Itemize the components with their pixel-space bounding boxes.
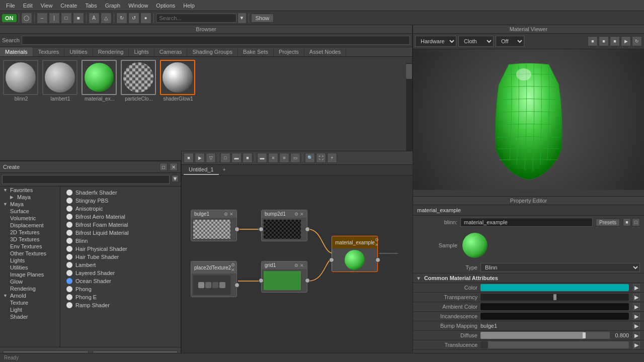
tree-arnold[interactable]: ▼ Arnold bbox=[0, 292, 60, 299]
pe-presets-btn[interactable]: Presets bbox=[596, 219, 620, 226]
pe-icon-1[interactable]: ■ bbox=[623, 218, 631, 226]
mv-preset-select[interactable]: Cloth Sphere bbox=[458, 36, 494, 47]
toolbar-btn-8[interactable]: ↻ bbox=[116, 13, 127, 24]
toolbar-btn-9[interactable]: ↺ bbox=[128, 13, 139, 24]
pe-ambient-expand[interactable]: ▶ bbox=[633, 303, 640, 310]
shader-layered[interactable]: Layered Shader bbox=[60, 269, 181, 277]
shader-blinn[interactable]: Blinn bbox=[60, 237, 181, 245]
graph-tool-1[interactable]: ■ bbox=[184, 153, 194, 163]
tree-volumetric[interactable]: Volumetric bbox=[0, 215, 60, 222]
search-dropdown[interactable]: ▼ bbox=[237, 13, 247, 24]
graph-tool-zoom[interactable]: 🔍 bbox=[305, 153, 315, 163]
mv-btn-1[interactable]: ■ bbox=[588, 36, 598, 46]
tree-rendering[interactable]: Rendering bbox=[0, 285, 60, 292]
menu-help[interactable]: Help bbox=[179, 2, 199, 10]
material-lambert1[interactable]: lambert1 bbox=[42, 60, 78, 102]
menu-tabs[interactable]: Tabs bbox=[81, 2, 101, 10]
toolbar-btn-3[interactable]: | bbox=[49, 13, 60, 24]
tab-utilities[interactable]: Utilities bbox=[64, 47, 93, 56]
tree-env-textures[interactable]: Env Textures bbox=[0, 243, 60, 250]
graph-tool-4[interactable]: □ bbox=[220, 153, 230, 163]
graph-tool-6[interactable]: ■ bbox=[243, 153, 253, 163]
mv-btn-refresh[interactable]: ↻ bbox=[632, 36, 642, 46]
menu-view[interactable]: View bbox=[37, 2, 57, 10]
graph-tab-add[interactable]: + bbox=[219, 165, 230, 175]
mv-btn-4[interactable]: ▶ bbox=[621, 36, 631, 46]
browser-scrollbar[interactable] bbox=[406, 63, 412, 160]
tree-lights[interactable]: Lights bbox=[0, 257, 60, 264]
graph-tool-3[interactable]: ▽ bbox=[206, 153, 216, 163]
graph-tool-7[interactable]: ▬ bbox=[257, 153, 267, 163]
show-button[interactable]: Show bbox=[251, 14, 274, 23]
shader-shaderfx[interactable]: Shaderfx Shader bbox=[60, 189, 181, 197]
tab-rendering[interactable]: Rendering bbox=[93, 47, 129, 56]
tree-favorites-maya[interactable]: ▶ Maya bbox=[0, 194, 60, 201]
browser-search-input[interactable] bbox=[22, 36, 410, 45]
toolbar-btn-4[interactable]: □ bbox=[61, 13, 72, 24]
shader-bifrost-liquid[interactable]: Bifrost Liquid Material bbox=[60, 229, 181, 237]
tree-2d-textures[interactable]: 2D Textures bbox=[0, 229, 60, 236]
shader-bifrost-foam[interactable]: Bifrost Foam Material bbox=[60, 221, 181, 229]
graph-tab-untitled[interactable]: Untitled_1 bbox=[184, 165, 219, 175]
shader-phong-e[interactable]: Phong E bbox=[60, 293, 181, 301]
mv-renderer-select[interactable]: Hardware Software bbox=[415, 36, 456, 47]
toolbar-btn-10[interactable]: ● bbox=[140, 13, 151, 24]
pe-incandescence-swatch[interactable] bbox=[480, 313, 629, 320]
shader-bifrost-aero[interactable]: Bifrost Aero Material bbox=[60, 213, 181, 221]
menu-edit[interactable]: Edit bbox=[19, 2, 37, 10]
shader-ocean[interactable]: Ocean Shader bbox=[60, 277, 181, 285]
tree-utilities[interactable]: Utilities bbox=[0, 264, 60, 271]
shader-hair-physical[interactable]: Hair Physical Shader bbox=[60, 245, 181, 253]
shader-phong[interactable]: Phong bbox=[60, 285, 181, 293]
pe-incandescence-expand[interactable]: ▶ bbox=[633, 313, 640, 320]
pe-transparency-slider[interactable] bbox=[480, 294, 629, 301]
graph-tool-5[interactable]: ▬ bbox=[231, 153, 242, 163]
shader-stingray[interactable]: Stingray PBS bbox=[60, 197, 181, 205]
pe-diffuse-expand[interactable]: ▶ bbox=[633, 332, 640, 339]
shader-hair-tube[interactable]: Hair Tube Shader bbox=[60, 253, 181, 261]
pe-section-common[interactable]: ▼ Common Material Attributes bbox=[413, 274, 644, 283]
toolbar-btn-5[interactable]: ■ bbox=[73, 13, 84, 24]
mv-viewport[interactable] bbox=[413, 49, 644, 190]
search-input[interactable] bbox=[156, 14, 236, 23]
tree-arnold-light[interactable]: Light bbox=[0, 306, 60, 313]
tab-cameras[interactable]: Cameras bbox=[154, 47, 188, 56]
mv-quality-select[interactable]: Off Low High bbox=[496, 36, 524, 47]
create-close-btn[interactable]: ✕ bbox=[170, 163, 178, 171]
node-place2dtexture2[interactable]: place2dTexture2 ⚙ ✕ bbox=[191, 261, 237, 297]
on-button[interactable]: ON bbox=[2, 14, 17, 22]
material-shaderglow1[interactable]: shaderGlow1 bbox=[160, 60, 196, 102]
graph-canvas[interactable]: bulge1 ⚙ ✕ bump2d1 ⚙ ✕ mat bbox=[182, 175, 413, 356]
shader-lambert[interactable]: Lambert bbox=[60, 261, 181, 269]
mv-btn-2[interactable]: ■ bbox=[599, 36, 609, 46]
tree-glow[interactable]: Glow bbox=[0, 278, 60, 285]
pe-translucence-expand[interactable]: ▶ bbox=[633, 341, 640, 348]
pe-icon-2[interactable]: □ bbox=[632, 218, 640, 226]
node-material-example[interactable]: material_example ⚙ ✕ bbox=[332, 236, 378, 272]
shader-ramp[interactable]: Ramp Shader bbox=[60, 301, 181, 309]
menu-file[interactable]: File bbox=[2, 2, 19, 10]
graph-tool-9[interactable]: ≡ bbox=[279, 153, 289, 163]
pe-color-swatch[interactable] bbox=[480, 284, 629, 291]
node-bulge1[interactable]: bulge1 ⚙ ✕ bbox=[191, 210, 237, 241]
menu-create[interactable]: Create bbox=[56, 2, 81, 10]
pe-color-expand[interactable]: ▶ bbox=[633, 284, 640, 291]
tab-textures[interactable]: Textures bbox=[33, 47, 65, 56]
tab-shading-groups[interactable]: Shading Groups bbox=[187, 47, 238, 56]
node-bump2d1[interactable]: bump2d1 ⚙ ✕ bbox=[261, 210, 307, 241]
graph-tool-2[interactable]: ▶ bbox=[195, 153, 205, 163]
tab-bake-sets[interactable]: Bake Sets bbox=[238, 47, 274, 56]
tree-arnold-shader[interactable]: Shader bbox=[0, 313, 60, 320]
graph-tool-frame[interactable]: ⛶ bbox=[316, 153, 326, 163]
mv-btn-3[interactable]: ■ bbox=[610, 36, 620, 46]
pe-type-select[interactable]: Blinn bbox=[480, 263, 640, 272]
pe-ambient-swatch[interactable] bbox=[480, 303, 629, 310]
tab-asset-nodes[interactable]: Asset Nodes bbox=[304, 47, 346, 56]
toolbar-btn-7[interactable]: △ bbox=[101, 13, 112, 24]
menu-window[interactable]: Window bbox=[124, 2, 152, 10]
tree-arnold-texture[interactable]: Texture bbox=[0, 299, 60, 306]
material-blinn2[interactable]: blinn2 bbox=[3, 60, 39, 102]
tree-image-planes[interactable]: Image Planes bbox=[0, 271, 60, 278]
material-example[interactable]: material_ex... bbox=[82, 60, 118, 102]
material-particleclo[interactable]: particleClo... bbox=[121, 60, 157, 102]
